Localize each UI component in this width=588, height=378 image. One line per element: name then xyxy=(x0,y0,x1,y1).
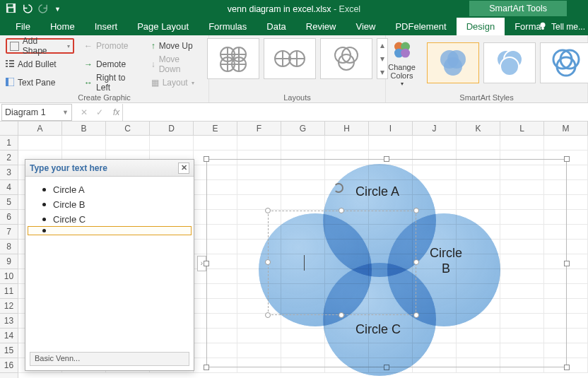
style-thumb-3[interactable] xyxy=(540,42,589,83)
list-item[interactable]: Circle A xyxy=(28,182,191,197)
formula-bar[interactable] xyxy=(122,104,588,121)
layout-button[interactable]: ▦Layout▾ xyxy=(151,75,203,90)
cell[interactable] xyxy=(413,136,457,150)
add-shape-button[interactable]: Add Shape▾ xyxy=(6,38,74,54)
resize-handle[interactable] xyxy=(204,156,209,162)
cell[interactable] xyxy=(281,136,325,150)
resize-handle[interactable] xyxy=(265,259,271,265)
column-header[interactable]: F xyxy=(237,122,281,135)
resize-handle[interactable] xyxy=(339,312,344,318)
add-bullet-button[interactable]: Add Bullet xyxy=(6,57,74,72)
row-header[interactable]: 4 xyxy=(0,180,18,195)
column-header[interactable]: I xyxy=(369,122,413,135)
resize-handle[interactable] xyxy=(339,208,344,213)
row-header[interactable]: 12 xyxy=(0,299,18,314)
resize-handle[interactable] xyxy=(384,156,389,162)
tab-data[interactable]: Data xyxy=(257,18,295,35)
cell[interactable] xyxy=(369,136,413,150)
cell[interactable] xyxy=(18,136,62,150)
list-item[interactable]: Circle C xyxy=(28,212,191,227)
confirm-icon[interactable]: ✓ xyxy=(96,107,103,117)
column-header[interactable]: E xyxy=(194,122,237,135)
row-headers[interactable]: 12345678910111213141516 xyxy=(0,136,18,378)
list-item[interactable]: Circle B xyxy=(28,197,191,212)
row-header[interactable]: 11 xyxy=(0,284,18,299)
row-header[interactable]: 14 xyxy=(0,329,18,343)
cell[interactable] xyxy=(500,136,544,150)
demote-button[interactable]: →Demote xyxy=(84,57,141,72)
tab-insert[interactable]: Insert xyxy=(85,18,128,35)
column-headers[interactable]: ABCDEFGHIJKLM xyxy=(18,122,588,136)
resize-handle[interactable] xyxy=(564,261,570,266)
text-pane-body[interactable]: Circle A Circle B Circle C xyxy=(25,177,194,237)
column-header[interactable]: L xyxy=(500,122,544,135)
column-header[interactable]: D xyxy=(150,122,194,135)
column-header[interactable]: J xyxy=(413,122,457,135)
tab-pdfelement[interactable]: PDFelement xyxy=(385,18,456,35)
layout-thumb-1[interactable] xyxy=(207,38,259,79)
change-colors-button[interactable]: Change Colors▾ xyxy=(382,38,423,88)
resize-handle[interactable] xyxy=(265,208,271,213)
cell[interactable] xyxy=(150,136,194,150)
resize-handle[interactable] xyxy=(564,365,570,370)
cell[interactable] xyxy=(457,136,500,150)
column-header[interactable]: B xyxy=(62,122,106,135)
cell[interactable] xyxy=(62,136,106,150)
promote-button[interactable]: ←Promote xyxy=(84,38,141,54)
style-thumb-1[interactable] xyxy=(427,42,479,83)
list-item[interactable] xyxy=(28,227,191,235)
column-header[interactable]: H xyxy=(325,122,369,135)
save-icon[interactable] xyxy=(6,3,16,16)
column-header[interactable]: C xyxy=(106,122,150,135)
layout-thumb-2[interactable] xyxy=(264,38,316,79)
row-header[interactable]: 5 xyxy=(0,195,18,210)
column-header[interactable]: A xyxy=(18,122,62,135)
tab-page-layout[interactable]: Page Layout xyxy=(127,18,199,35)
cell[interactable] xyxy=(237,136,281,150)
row-header[interactable]: 1 xyxy=(0,136,18,150)
resize-handle[interactable] xyxy=(265,312,271,318)
column-header[interactable]: K xyxy=(457,122,500,135)
rtl-button[interactable]: ↔Right to Left xyxy=(84,75,141,90)
column-header[interactable]: M xyxy=(544,122,588,135)
resize-handle[interactable] xyxy=(204,365,209,370)
row-header[interactable]: 16 xyxy=(0,358,18,373)
fx-label[interactable]: fx xyxy=(110,107,122,117)
select-all-corner[interactable] xyxy=(0,122,18,136)
text-pane-button[interactable]: Text Pane xyxy=(6,75,74,90)
row-header[interactable]: 8 xyxy=(0,240,18,254)
layout-thumb-3[interactable] xyxy=(320,38,372,79)
smartart-canvas[interactable]: › Circle A Circle B Circle C xyxy=(206,159,567,367)
tell-me[interactable]: Tell me... xyxy=(538,20,585,33)
style-thumb-2[interactable] xyxy=(483,42,536,83)
tab-review[interactable]: Review xyxy=(296,18,346,35)
resize-handle[interactable] xyxy=(564,156,570,162)
row-header[interactable]: 3 xyxy=(0,165,18,180)
resize-handle[interactable] xyxy=(413,259,419,265)
resize-handle[interactable] xyxy=(413,208,419,213)
cell[interactable] xyxy=(544,136,588,150)
text-pane-footer[interactable]: Basic Venn... xyxy=(30,352,189,366)
resize-handle[interactable] xyxy=(204,261,209,266)
tab-view[interactable]: View xyxy=(346,18,385,35)
row-header[interactable]: 13 xyxy=(0,314,18,329)
name-box[interactable]: Diagram 1▼ xyxy=(1,104,72,121)
cell[interactable] xyxy=(194,136,237,150)
row-header[interactable]: 7 xyxy=(0,225,18,240)
resize-handle[interactable] xyxy=(413,312,419,318)
row-header[interactable]: 2 xyxy=(0,150,18,165)
shape-selection[interactable] xyxy=(268,211,416,315)
qat-dropdown-icon[interactable]: ▼ xyxy=(54,6,61,13)
tab-formulas[interactable]: Formulas xyxy=(199,18,257,35)
move-up-button[interactable]: ↑Move Up xyxy=(151,38,203,54)
cell[interactable] xyxy=(106,136,150,150)
tab-design[interactable]: Design xyxy=(457,18,505,35)
row-header[interactable]: 15 xyxy=(0,343,18,358)
close-icon[interactable]: ✕ xyxy=(178,163,189,174)
rotate-handle[interactable] xyxy=(334,183,343,193)
row-header[interactable]: 10 xyxy=(0,269,18,284)
cell[interactable] xyxy=(325,136,369,150)
move-down-button[interactable]: ↓Move Down xyxy=(151,57,203,72)
redo-icon[interactable] xyxy=(38,3,49,16)
row-header[interactable]: 6 xyxy=(0,210,18,225)
